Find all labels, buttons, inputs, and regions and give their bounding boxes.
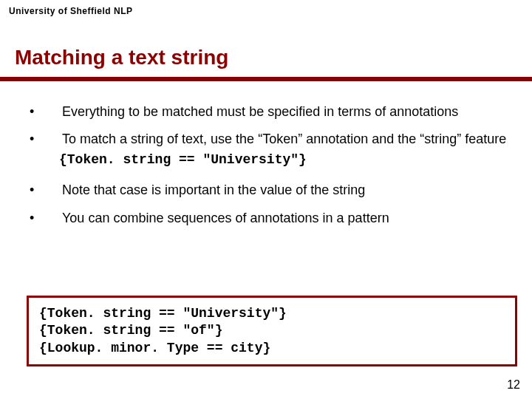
- bullet-text: You can combine sequences of annotations…: [62, 210, 510, 227]
- bullet-dot: •: [30, 182, 62, 199]
- inline-code: {Token. string == "University"}: [59, 151, 510, 168]
- header-label: University of Sheffield NLP: [9, 6, 133, 16]
- bullet-dot: •: [30, 103, 62, 120]
- bullet-item: • Note that case is important in the val…: [30, 182, 510, 199]
- bullet-list: • Everything to be matched must be speci…: [30, 103, 510, 237]
- bullet-text: Everything to be matched must be specifi…: [62, 103, 510, 120]
- code-block: {Token. string == "University"} {Token. …: [27, 296, 517, 366]
- title-rule: [0, 77, 532, 81]
- bullet-dot: •: [30, 131, 62, 148]
- bullet-text: Note that case is important in the value…: [62, 182, 510, 199]
- page-number: 12: [507, 378, 520, 392]
- slide-title: Matching a text string: [15, 46, 228, 69]
- bullet-item: • To match a string of text, use the “To…: [30, 131, 510, 148]
- bullet-dot: •: [30, 210, 62, 227]
- bullet-text: To match a string of text, use the “Toke…: [62, 131, 510, 148]
- bullet-item: • You can combine sequences of annotatio…: [30, 210, 510, 227]
- bullet-item: • Everything to be matched must be speci…: [30, 103, 510, 120]
